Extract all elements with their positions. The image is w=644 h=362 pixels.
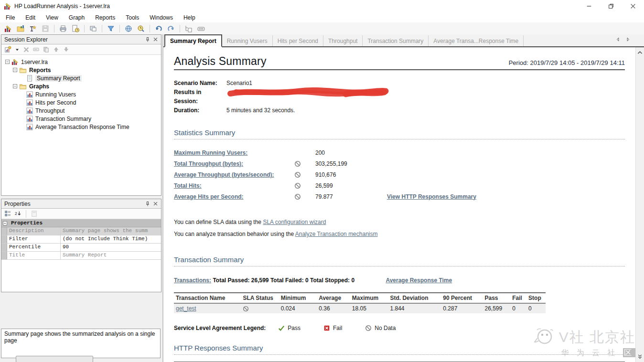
graph-label[interactable]: Throughput [35, 107, 64, 114]
session-information-icon[interactable] [183, 24, 194, 33]
alphabetical-sort-icon[interactable] [14, 210, 21, 217]
toolbar-separator [150, 25, 150, 32]
duplicate-item-icon[interactable] [43, 46, 50, 53]
measurement-description-icon[interactable] [196, 24, 206, 33]
property-row-description[interactable]: Description Summary page shows the summ [1, 227, 161, 235]
menu-graph[interactable]: Graph [69, 14, 85, 21]
tab-scroll-left-icon[interactable] [615, 37, 621, 42]
row-gutter [1, 235, 7, 243]
filter-icon[interactable] [106, 24, 116, 33]
granularity-icon[interactable] [136, 24, 146, 33]
graph-label[interactable]: Average Transaction Response Time [35, 124, 129, 130]
tree-node-graphs[interactable]: Graphs [13, 82, 159, 90]
menu-edit[interactable]: Edit [25, 14, 35, 21]
move-up-icon[interactable] [53, 46, 60, 53]
tab-throughput[interactable]: Throughput [323, 35, 363, 46]
total-throughput-link[interactable]: Total Throughput (bytes): [174, 160, 243, 167]
tab-scroll-right-icon[interactable] [625, 37, 631, 42]
analyze-transaction-mechanism-link[interactable]: Analyze Transaction mechanism [295, 231, 378, 237]
undo-icon[interactable] [153, 24, 164, 33]
row-gutter [1, 227, 7, 235]
transaction-row: get_test 0.024 0.36 18.05 1.844 0.287 26… [174, 303, 546, 313]
tab-avg-transaction-response-time[interactable]: Average Transa...Response Time [429, 35, 524, 46]
summary-report-label[interactable]: Summary Report [35, 75, 82, 82]
tab-summary-report[interactable]: Summary Report [164, 34, 222, 47]
property-row-filter[interactable]: Filter (do not Include Think Time) [1, 235, 161, 244]
reports-label[interactable]: Reports [29, 67, 51, 74]
menu-windows[interactable]: Windows [150, 14, 173, 21]
pin-icon[interactable] [144, 201, 151, 207]
tree-node-graph[interactable]: Throughput [26, 106, 159, 115]
avg-hits-link[interactable]: Average Hits per Second: [174, 193, 244, 200]
collapse-icon[interactable] [13, 84, 17, 88]
graph-label[interactable]: Hits per Second [35, 99, 76, 106]
delete-item-icon[interactable] [23, 46, 30, 53]
tree-node-graph[interactable]: Hits per Second [26, 98, 159, 106]
redo-icon[interactable] [166, 24, 176, 33]
scenario-name-label: Scenario Name: [174, 79, 226, 88]
tree-node-graph[interactable]: Average Transaction Response Time [26, 123, 159, 131]
print-icon[interactable] [58, 24, 68, 33]
fail-icon [323, 325, 330, 331]
max-running-vusers-link[interactable]: Maximum Running Vusers: [174, 149, 247, 156]
scroll-down-icon[interactable] [636, 352, 644, 361]
cell-fail: 0 [510, 303, 526, 313]
average-response-time-link[interactable]: Average Response Time [386, 277, 452, 284]
cell-90-percent: 0.287 [441, 303, 483, 313]
move-down-icon[interactable] [63, 46, 70, 53]
get-test-link[interactable]: get_test [176, 305, 196, 312]
graphs-label[interactable]: Graphs [29, 83, 49, 90]
menu-tools[interactable]: Tools [126, 14, 139, 21]
tab-hits-per-second[interactable]: Hits per Second [273, 35, 323, 46]
property-value[interactable]: (do not Include Think Time) [61, 235, 161, 243]
tree-node-summary-report[interactable]: Summary Report [26, 74, 159, 82]
property-value[interactable]: 90 [61, 244, 161, 251]
tab-running-vusers[interactable]: Running Vusers [222, 35, 273, 46]
tree-node-reports[interactable]: Reports [13, 66, 159, 74]
avg-throughput-link[interactable]: Average Throughput (bytes/second): [174, 171, 274, 178]
toolbar-separator [102, 25, 102, 32]
menu-help[interactable]: Help [183, 14, 195, 21]
restore-button[interactable] [600, 0, 622, 12]
property-pages-icon[interactable] [31, 210, 38, 217]
vertical-scrollbar[interactable] [635, 47, 644, 362]
close-panel-icon[interactable] [151, 201, 159, 207]
dropdown-arrow-icon[interactable] [14, 47, 20, 53]
save-icon[interactable] [40, 24, 51, 33]
sla-configuration-wizard-link[interactable]: SLA configuration wizard [263, 219, 326, 225]
stat-row: Total Throughput (bytes): 303,255,199 [174, 158, 625, 169]
property-row-title[interactable]: Title Summary Report [1, 252, 161, 260]
menu-reports[interactable]: Reports [95, 14, 115, 21]
tree-root[interactable]: 1server.lra [5, 58, 159, 66]
pin-icon[interactable] [144, 36, 151, 43]
property-row-percentile[interactable]: Percentile 90 [1, 244, 161, 252]
tree-node-graph[interactable]: Transaction Summary [26, 115, 159, 123]
menu-file[interactable]: File [6, 14, 15, 21]
scroll-up-icon[interactable] [636, 48, 644, 57]
globe-options-icon[interactable] [123, 24, 134, 33]
collapse-icon[interactable] [5, 60, 10, 64]
close-button[interactable] [622, 0, 644, 12]
rename-item-icon[interactable] [32, 46, 40, 53]
total-hits-link[interactable]: Total Hits: [174, 182, 202, 189]
collapse-icon[interactable] [13, 68, 17, 72]
minimize-button[interactable] [578, 0, 600, 12]
categorized-view-icon[interactable] [4, 210, 11, 217]
new-analysis-icon[interactable] [3, 24, 13, 33]
close-panel-icon[interactable] [151, 36, 159, 43]
open-result-icon[interactable] [15, 24, 26, 33]
html-report-icon[interactable] [70, 24, 81, 33]
tree-node-graph[interactable]: Running Vusers [26, 90, 159, 98]
tab-transaction-summary[interactable]: Transaction Summary [363, 35, 429, 46]
add-graph-icon[interactable] [28, 24, 38, 33]
graph-label[interactable]: Running Vusers [35, 91, 76, 98]
add-new-item-icon[interactable] [4, 46, 11, 53]
collapse-icon[interactable] [3, 221, 7, 225]
cross-with-graph-icon[interactable] [88, 24, 98, 33]
transactions-link[interactable]: Transactions: [174, 277, 211, 284]
title-rule [174, 69, 625, 70]
menu-view[interactable]: View [46, 14, 58, 21]
graph-label[interactable]: Transaction Summary [35, 116, 91, 122]
tree-root-label[interactable]: 1server.lra [21, 59, 48, 65]
view-http-responses-link[interactable]: View HTTP Responses Summary [387, 193, 476, 200]
